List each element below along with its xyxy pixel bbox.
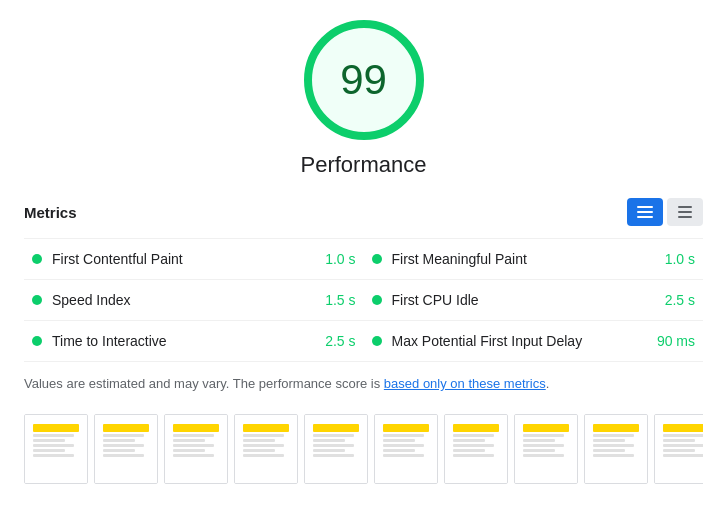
- metric-name-si: Speed Index: [52, 292, 317, 308]
- metric-row-fcp: First Contentful Paint 1.0 s: [24, 239, 364, 280]
- view-toggle: [627, 198, 703, 226]
- metric-row-si: Speed Index 1.5 s: [24, 280, 364, 321]
- grid-view-button[interactable]: [667, 198, 703, 226]
- filmstrip-thumb-1: [24, 414, 88, 484]
- filmstrip-thumb-3: [164, 414, 228, 484]
- metric-dot-fcp: [32, 254, 42, 264]
- metric-name-fid: Max Potential First Input Delay: [392, 333, 649, 349]
- metrics-header: Metrics: [24, 198, 703, 226]
- disclaimer-text-before: Values are estimated and may vary. The p…: [24, 376, 384, 391]
- grid-icon: [678, 206, 692, 218]
- metric-value-tti: 2.5 s: [325, 333, 355, 349]
- filmstrip-thumb-8: [514, 414, 578, 484]
- metric-dot-fid: [372, 336, 382, 346]
- filmstrip-thumb-4: [234, 414, 298, 484]
- metric-dot-si: [32, 295, 42, 305]
- metric-row-fmp: First Meaningful Paint 1.0 s: [364, 239, 704, 280]
- filmstrip-thumb-7: [444, 414, 508, 484]
- score-label: Performance: [301, 152, 427, 178]
- filmstrip-thumb-10: [654, 414, 703, 484]
- metric-dot-fmp: [372, 254, 382, 264]
- metric-row-tti: Time to Interactive 2.5 s: [24, 321, 364, 362]
- filmstrip: [24, 410, 703, 488]
- score-circle: 99: [304, 20, 424, 140]
- metric-name-fcp: First Contentful Paint: [52, 251, 317, 267]
- metric-name-fmp: First Meaningful Paint: [392, 251, 657, 267]
- metric-row-fid: Max Potential First Input Delay 90 ms: [364, 321, 704, 362]
- metric-row-fci: First CPU Idle 2.5 s: [364, 280, 704, 321]
- disclaimer-text-after: .: [546, 376, 550, 391]
- metric-value-fci: 2.5 s: [665, 292, 695, 308]
- metrics-grid: First Contentful Paint 1.0 s First Meani…: [24, 238, 703, 362]
- metric-value-fid: 90 ms: [657, 333, 695, 349]
- filmstrip-thumb-9: [584, 414, 648, 484]
- filmstrip-thumb-6: [374, 414, 438, 484]
- metric-dot-fci: [372, 295, 382, 305]
- disclaimer-link[interactable]: based only on these metrics: [384, 376, 546, 391]
- metrics-title: Metrics: [24, 204, 77, 221]
- metric-name-tti: Time to Interactive: [52, 333, 317, 349]
- list-view-button[interactable]: [627, 198, 663, 226]
- score-value: 99: [340, 56, 387, 104]
- filmstrip-thumb-2: [94, 414, 158, 484]
- score-section: 99 Performance: [24, 20, 703, 178]
- metric-value-fmp: 1.0 s: [665, 251, 695, 267]
- metric-value-fcp: 1.0 s: [325, 251, 355, 267]
- filmstrip-thumb-5: [304, 414, 368, 484]
- list-icon: [637, 206, 653, 218]
- metric-dot-tti: [32, 336, 42, 346]
- metric-name-fci: First CPU Idle: [392, 292, 657, 308]
- metric-value-si: 1.5 s: [325, 292, 355, 308]
- disclaimer: Values are estimated and may vary. The p…: [24, 374, 703, 394]
